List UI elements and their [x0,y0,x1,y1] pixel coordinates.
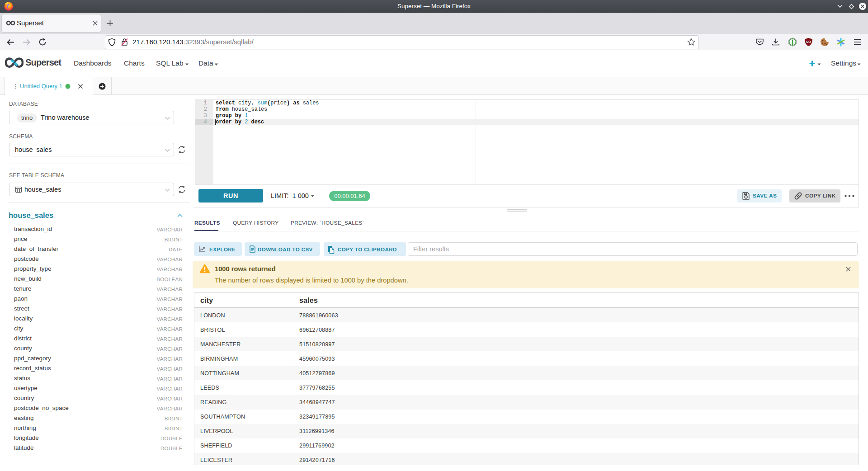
svg-text:UO: UO [806,40,811,43]
